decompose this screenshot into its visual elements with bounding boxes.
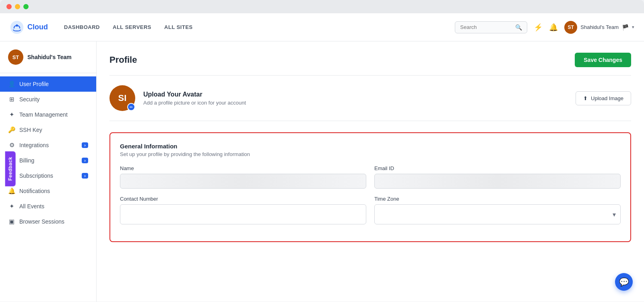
avatar-section: SI ✏ Upload Your Avatar Add a profile pi…	[109, 85, 631, 121]
sidebar-item-integrations[interactable]: ⚙ Integrations ›	[0, 138, 96, 153]
security-icon: ⊞	[8, 96, 15, 103]
sidebar-label-integrations: Integrations	[19, 142, 49, 148]
upload-icon: ⬆	[583, 95, 588, 101]
search-icon: 🔍	[515, 24, 522, 31]
sidebar-label-browser-sessions: Browser Sessions	[19, 218, 64, 225]
sidebar-label-ssh: SSH Key	[19, 127, 42, 133]
general-info-description: Set up your profile by providing the fol…	[120, 151, 621, 157]
svg-point-1	[16, 24, 18, 26]
flag-icon: 🏴	[622, 24, 629, 31]
logo[interactable]: Cloud	[10, 20, 48, 35]
timezone-label: Time Zone	[374, 196, 621, 202]
ssh-icon: 🔑	[8, 126, 15, 134]
nav-dashboard[interactable]: DASHBOARD	[64, 24, 100, 30]
chevron-down-icon: ▾	[632, 25, 634, 30]
user-avatar: ST	[564, 21, 577, 34]
nav-all-servers[interactable]: ALL SERVERS	[113, 24, 151, 30]
browser-sessions-icon: ▣	[8, 218, 15, 225]
integrations-badge: ›	[82, 142, 88, 148]
general-info-title: General Information	[120, 143, 621, 150]
user-name: Shahidul's Team	[580, 24, 619, 30]
maximize-dot[interactable]	[23, 4, 29, 9]
sidebar-user: ST Shahidul's Team	[0, 49, 96, 73]
nav-links: DASHBOARD ALL SERVERS ALL SITES	[64, 24, 439, 30]
chat-button[interactable]: 💬	[615, 273, 633, 291]
sidebar-label-billing: Billing	[19, 157, 34, 164]
activity-icon[interactable]: ⚡	[534, 23, 543, 32]
subscriptions-badge: ›	[82, 173, 88, 179]
main-layout: ST Shahidul's Team 👤 User Profile ⊞ Secu…	[0, 41, 644, 302]
feedback-label: Feedback	[8, 157, 13, 181]
logo-text: Cloud	[27, 23, 48, 31]
sidebar-username: Shahidul's Team	[27, 54, 72, 60]
timezone-select[interactable]: UTC Eastern Time Pacific Time	[374, 204, 621, 224]
sidebar-label-subscriptions: Subscriptions	[19, 173, 53, 179]
sidebar-item-ssh-key[interactable]: 🔑 SSH Key	[0, 122, 96, 138]
sidebar-label-user-profile: User Profile	[19, 81, 49, 87]
page-title: Profile	[109, 55, 137, 65]
search-box: 🔍	[455, 21, 527, 33]
contact-field-group: Contact Number	[120, 196, 366, 224]
sidebar-item-security[interactable]: ⊞ Security	[0, 92, 96, 107]
email-label: Email ID	[374, 165, 621, 171]
sidebar-item-all-events[interactable]: ✦ All Events	[0, 199, 96, 214]
navbar: Cloud DASHBOARD ALL SERVERS ALL SITES 🔍 …	[0, 13, 644, 41]
window-chrome	[0, 0, 644, 13]
avatar-info: Upload Your Avatar Add a profile picture…	[143, 91, 246, 106]
sidebar-item-browser-sessions[interactable]: ▣ Browser Sessions	[0, 214, 96, 229]
avatar-wrapper: SI ✏	[109, 85, 135, 111]
close-dot[interactable]	[6, 4, 12, 9]
nav-all-sites[interactable]: ALL SITES	[164, 24, 193, 30]
sidebar-avatar: ST	[8, 49, 23, 65]
general-info-section: General Information Set up your profile …	[109, 132, 631, 242]
page-header: Profile Save Changes	[109, 53, 631, 76]
sidebar-label-all-events: All Events	[19, 203, 44, 210]
sidebar-label-security: Security	[19, 96, 40, 103]
navbar-right: 🔍 ⚡ 🔔 ST Shahidul's Team 🏴 ▾	[455, 21, 634, 34]
name-label: Name	[120, 165, 366, 171]
name-field-group: Name	[120, 165, 366, 189]
content-inner: Profile Save Changes SI ✏ Upload Your Av…	[97, 41, 644, 302]
sidebar-label-team: Team Management	[19, 111, 68, 118]
user-profile-icon: 👤	[8, 80, 15, 88]
feedback-tab[interactable]: Feedback	[5, 151, 16, 186]
form-row-1: Name Email ID	[120, 165, 621, 189]
search-input[interactable]	[460, 24, 512, 30]
avatar-description: Add a profile picture or icon for your a…	[143, 100, 246, 106]
upload-image-button[interactable]: ⬆ Upload Image	[576, 91, 631, 105]
bell-icon[interactable]: 🔔	[549, 23, 558, 32]
avatar-edit-button[interactable]: ✏	[127, 103, 135, 111]
form-row-2: Contact Number Time Zone UTC Eastern Tim…	[120, 196, 621, 224]
content-area: Profile Save Changes SI ✏ Upload Your Av…	[97, 41, 644, 302]
contact-input[interactable]	[120, 204, 366, 224]
email-field-group: Email ID	[374, 165, 621, 189]
timezone-field-group: Time Zone UTC Eastern Time Pacific Time	[374, 196, 621, 224]
name-input[interactable]	[120, 174, 366, 189]
minimize-dot[interactable]	[15, 4, 20, 9]
save-changes-button[interactable]: Save Changes	[575, 53, 631, 67]
sidebar-item-user-profile[interactable]: 👤 User Profile	[0, 76, 96, 92]
svg-point-0	[10, 21, 23, 33]
team-icon: ✦	[8, 111, 15, 118]
all-events-icon: ✦	[8, 203, 15, 210]
avatar-title: Upload Your Avatar	[143, 91, 246, 98]
integrations-icon: ⚙	[8, 142, 15, 149]
contact-label: Contact Number	[120, 196, 366, 202]
email-input[interactable]	[374, 174, 621, 189]
upload-btn-label: Upload Image	[591, 95, 623, 101]
notifications-icon: 🔔	[8, 187, 15, 195]
sidebar-label-notifications: Notifications	[19, 188, 50, 194]
user-badge[interactable]: ST Shahidul's Team 🏴 ▾	[564, 21, 634, 34]
chat-icon: 💬	[619, 277, 629, 287]
billing-badge: ›	[82, 158, 88, 163]
sidebar-item-team-management[interactable]: ✦ Team Management	[0, 107, 96, 122]
timezone-select-wrapper: UTC Eastern Time Pacific Time	[374, 204, 621, 224]
